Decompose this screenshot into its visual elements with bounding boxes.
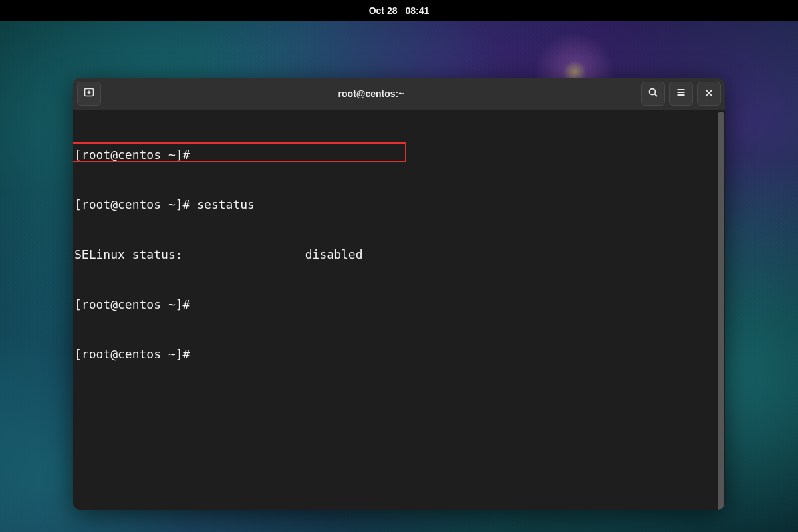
menu-button[interactable] [669, 82, 693, 106]
scrollbar-thumb[interactable] [718, 112, 724, 510]
terminal-line: [root@centos ~]# sestatus [74, 196, 725, 213]
new-tab-button[interactable] [77, 82, 101, 106]
gnome-topbar[interactable]: Oct 28 08:41 [0, 0, 798, 21]
search-icon [648, 87, 658, 100]
clock-date[interactable]: Oct 28 [369, 5, 398, 16]
desktop-wallpaper: root@centos:~ [0, 21, 798, 532]
terminal-window: root@centos:~ [73, 78, 725, 510]
window-title: root@centos:~ [101, 88, 641, 99]
search-button[interactable] [641, 82, 665, 106]
terminal-line: [root@centos ~]# [74, 146, 725, 163]
svg-point-3 [650, 89, 656, 95]
terminal-scrollbar[interactable] [718, 112, 724, 510]
new-tab-icon [84, 87, 94, 100]
terminal-line: [root@centos ~]# [74, 346, 725, 362]
terminal-line: SELinux status: disabled [74, 246, 725, 263]
svg-line-4 [655, 94, 658, 97]
close-button[interactable] [697, 82, 721, 106]
clock-time[interactable]: 08:41 [406, 5, 430, 16]
terminal-line: [root@centos ~]# [74, 296, 725, 313]
close-icon [705, 88, 713, 100]
hamburger-icon [676, 87, 686, 100]
window-titlebar[interactable]: root@centos:~ [73, 78, 725, 110]
terminal-output[interactable]: [root@centos ~]# [root@centos ~]# sestat… [73, 110, 725, 510]
